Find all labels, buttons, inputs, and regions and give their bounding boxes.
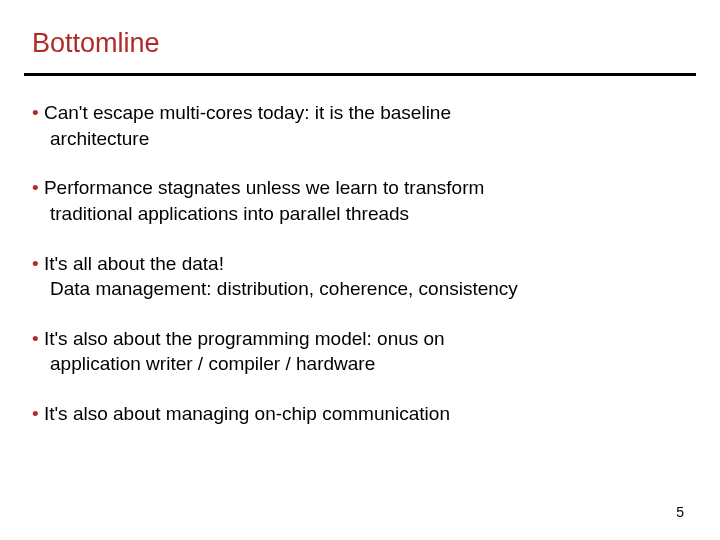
- bullet-item: • It's all about the data! Data manageme…: [32, 251, 688, 302]
- bullet-marker-icon: •: [32, 102, 44, 123]
- bullet-item: • It's also about managing on-chip commu…: [32, 401, 688, 427]
- bullet-marker-icon: •: [32, 253, 44, 274]
- bullet-text-line2: architecture: [50, 126, 688, 152]
- bullet-item: • It's also about the programming model:…: [32, 326, 688, 377]
- bullet-text-line2: Data management: distribution, coherence…: [50, 276, 688, 302]
- slide: Bottomline • Can't escape multi-cores to…: [0, 0, 720, 540]
- title-divider: [24, 73, 696, 76]
- bullet-text-line1: Performance stagnates unless we learn to…: [44, 177, 484, 198]
- bullet-text-line1: It's also about the programming model: o…: [44, 328, 445, 349]
- bullet-marker-icon: •: [32, 328, 44, 349]
- bullet-text-line1: Can't escape multi-cores today: it is th…: [44, 102, 451, 123]
- slide-content: • Can't escape multi-cores today: it is …: [32, 100, 688, 427]
- bullet-marker-icon: •: [32, 177, 44, 198]
- bullet-text-line2: application writer / compiler / hardware: [50, 351, 688, 377]
- slide-title: Bottomline: [32, 28, 688, 59]
- bullet-text-line2: traditional applications into parallel t…: [50, 201, 688, 227]
- page-number: 5: [676, 504, 684, 520]
- bullet-text-line1: It's all about the data!: [44, 253, 224, 274]
- bullet-item: • Can't escape multi-cores today: it is …: [32, 100, 688, 151]
- bullet-marker-icon: •: [32, 403, 44, 424]
- bullet-item: • Performance stagnates unless we learn …: [32, 175, 688, 226]
- bullet-text-line1: It's also about managing on-chip communi…: [44, 403, 450, 424]
